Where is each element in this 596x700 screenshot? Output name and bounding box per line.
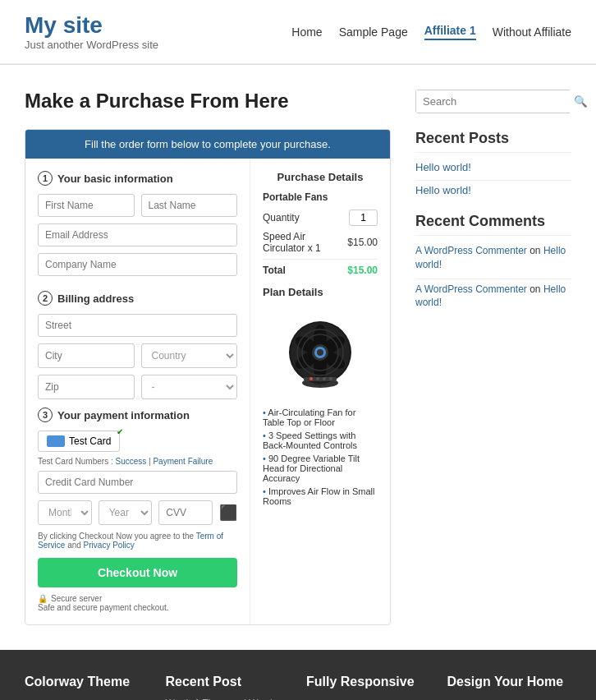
terms-note: By clicking Checkout Now you agree to th… bbox=[38, 532, 237, 550]
item-price: $15.00 bbox=[347, 237, 378, 248]
purchase-details-title: Purchase Details bbox=[263, 171, 378, 183]
comment-item-2: A WordPress Commenter on Hello world! bbox=[415, 283, 571, 311]
failure-link[interactable]: Payment Failure bbox=[153, 457, 213, 466]
step2-title: 2 Billing address bbox=[38, 291, 237, 306]
test-card-button[interactable]: Test Card ✔ bbox=[38, 431, 120, 452]
recent-posts-title: Recent Posts bbox=[415, 130, 571, 153]
secure-note2: Safe and secure payment checkout. bbox=[38, 603, 237, 612]
total-label: Total bbox=[263, 265, 286, 276]
footer-col-responsive: Fully Responsive Colorway is a unique re… bbox=[306, 675, 431, 700]
feature-item: Improves Air Flow in Small Rooms bbox=[263, 485, 378, 508]
step2-number: 2 bbox=[38, 291, 53, 306]
comment-item-1: A WordPress Commenter on Hello world! bbox=[415, 244, 571, 272]
step2-label: Billing address bbox=[57, 292, 134, 305]
checkout-button[interactable]: Checkout Now bbox=[38, 558, 237, 587]
recent-post-1[interactable]: Hello world! bbox=[415, 161, 571, 173]
lock-icon: 🔒 bbox=[38, 594, 48, 603]
site-tagline: Just another WordPress site bbox=[25, 39, 158, 51]
recent-comments-title: Recent Comments bbox=[415, 213, 571, 236]
recent-comments-section: Recent Comments A WordPress Commenter on… bbox=[415, 213, 571, 310]
nav-without-affiliate[interactable]: Without Affiliate bbox=[493, 25, 571, 39]
last-name-input[interactable] bbox=[141, 194, 238, 217]
feature-item: 90 Degree Variable Tilt Head for Directi… bbox=[263, 452, 378, 485]
checkout-box: Fill the order form below to complete yo… bbox=[25, 129, 391, 625]
main-nav: Home Sample Page Affiliate 1 Without Aff… bbox=[291, 24, 571, 40]
total-row: Total $15.00 bbox=[263, 259, 378, 276]
item-price-row: Speed Air Circulator x 1 $15.00 bbox=[263, 231, 378, 254]
nav-sample-page[interactable]: Sample Page bbox=[339, 25, 408, 39]
item-label: Speed Air Circulator x 1 bbox=[263, 231, 347, 254]
fan-svg bbox=[271, 305, 369, 395]
features-list: Air-Circulating Fan for Table Top or Flo… bbox=[263, 406, 378, 508]
card-icon bbox=[47, 435, 65, 447]
cvv-input[interactable] bbox=[158, 500, 213, 525]
year-select[interactable]: Year bbox=[99, 500, 153, 525]
footer-col2-title: Recent Post bbox=[166, 675, 291, 689]
comment-author-1[interactable]: A WordPress Commenter bbox=[415, 245, 527, 256]
page-title: Make a Purchase From Here bbox=[25, 90, 391, 113]
form-section: 1 Your basic information 2 Billing addre… bbox=[25, 159, 250, 624]
site-branding: My site Just another WordPress site bbox=[25, 12, 158, 51]
footer-col3-title: Fully Responsive bbox=[306, 675, 431, 689]
quantity-row: Quantity bbox=[263, 210, 378, 226]
plan-details-title: Plan Details bbox=[263, 286, 378, 298]
svg-point-18 bbox=[323, 377, 326, 380]
nav-affiliate1[interactable]: Affiliate 1 bbox=[424, 24, 476, 40]
recent-posts-section: Recent Posts Hello world! Hello world! bbox=[415, 130, 571, 196]
street-input[interactable] bbox=[38, 314, 237, 337]
city-input[interactable] bbox=[38, 343, 135, 368]
sidebar: 🔍 Recent Posts Hello world! Hello world!… bbox=[415, 90, 571, 625]
step1-label: Your basic information bbox=[57, 173, 173, 185]
footer-col1-title: Colorway Theme bbox=[25, 675, 149, 689]
zip-input[interactable] bbox=[38, 375, 135, 399]
checkout-header: Fill the order form below to complete yo… bbox=[25, 130, 390, 159]
content-area: Make a Purchase From Here Fill the order… bbox=[25, 90, 391, 625]
cvv-icon: ⬛ bbox=[219, 500, 237, 525]
footer-col-recent-post: Recent Post Worth A Thousand Words Categ… bbox=[166, 675, 291, 700]
svg-point-17 bbox=[316, 377, 319, 380]
recent-post-2[interactable]: Hello world! bbox=[415, 184, 571, 196]
step3-title: 3 Your payment information bbox=[38, 408, 237, 422]
step1-title: 1 Your basic information bbox=[38, 171, 237, 186]
nav-home[interactable]: Home bbox=[291, 25, 322, 39]
search-box: 🔍 bbox=[415, 90, 571, 113]
success-link[interactable]: Success bbox=[115, 457, 146, 466]
footer-col-colorway: Colorway Theme Footer is widgetized. To … bbox=[25, 675, 149, 700]
first-name-input[interactable] bbox=[38, 194, 135, 217]
company-input[interactable] bbox=[38, 253, 237, 276]
test-card-note: Test Card Numbers : Success | Payment Fa… bbox=[38, 457, 237, 466]
footer: Colorway Theme Footer is widgetized. To … bbox=[0, 650, 596, 700]
credit-card-input[interactable] bbox=[38, 471, 237, 494]
step1-number: 1 bbox=[38, 171, 53, 186]
secure-note: 🔒 Secure server bbox=[38, 594, 237, 603]
site-header: My site Just another WordPress site Home… bbox=[0, 0, 596, 64]
feature-item: 3 Speed Settings with Back-Mounted Contr… bbox=[263, 429, 378, 452]
purchase-section: Purchase Details Portable Fans Quantity … bbox=[250, 159, 390, 624]
product-name: Portable Fans bbox=[263, 191, 378, 203]
step3-label: Your payment information bbox=[57, 409, 190, 421]
test-card-label: Test Card bbox=[69, 435, 111, 447]
email-input[interactable] bbox=[38, 223, 237, 246]
pp-link[interactable]: Privacy Policy bbox=[84, 541, 135, 550]
quantity-label: Quantity bbox=[263, 212, 300, 223]
check-icon: ✔ bbox=[117, 427, 123, 436]
footer-col-design: Design Your Home Express your creativity… bbox=[447, 675, 572, 700]
svg-point-19 bbox=[329, 377, 332, 380]
search-input[interactable] bbox=[416, 90, 567, 113]
total-price: $15.00 bbox=[347, 265, 378, 276]
svg-point-12 bbox=[317, 349, 323, 356]
step3-number: 3 bbox=[38, 408, 53, 422]
country-select[interactable]: Country bbox=[141, 343, 238, 368]
month-select[interactable]: Month bbox=[38, 500, 92, 525]
search-button[interactable]: 🔍 bbox=[567, 90, 594, 113]
feature-item: Air-Circulating Fan for Table Top or Flo… bbox=[263, 406, 378, 429]
comment-author-2[interactable]: A WordPress Commenter bbox=[415, 283, 527, 295]
quantity-input[interactable] bbox=[349, 210, 378, 226]
site-title: My site bbox=[25, 12, 158, 39]
footer-col4-title: Design Your Home bbox=[447, 675, 572, 689]
fan-image-container bbox=[263, 305, 378, 398]
zip-extra-select[interactable]: - bbox=[141, 375, 238, 399]
svg-point-16 bbox=[309, 377, 313, 380]
